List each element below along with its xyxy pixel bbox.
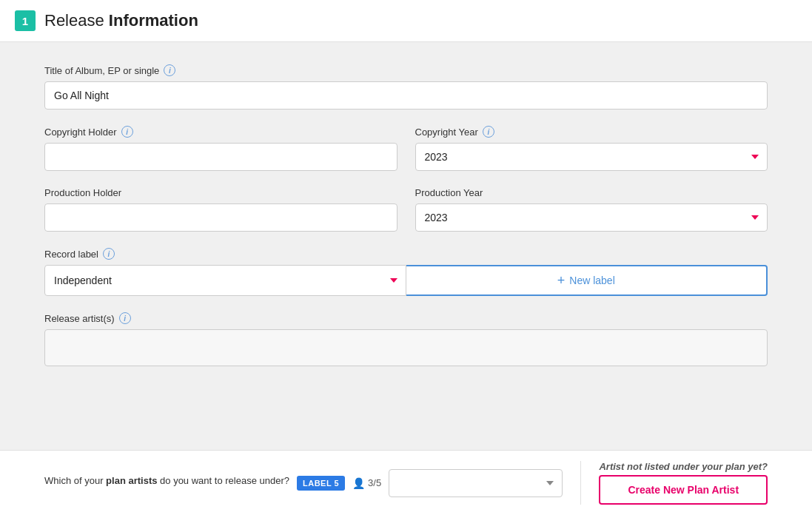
plan-users-count: 3/5 xyxy=(368,477,381,488)
header: 1 Release Information xyxy=(0,0,812,42)
plan-users: 👤 3/5 xyxy=(352,477,381,489)
production-row: Production Holder Production Year 2023 2… xyxy=(44,187,768,248)
production-year-select[interactable]: 2023 2022 2021 2020 2019 2018 xyxy=(415,203,768,232)
copyright-row: Copyright Holder i Copyright Year i 2023… xyxy=(44,126,768,187)
plan-select-wrapper xyxy=(389,469,563,497)
copyright-holder-group: Copyright Holder i xyxy=(44,126,397,171)
bottom-left: Which of your plan artists do you want t… xyxy=(44,469,563,497)
title-normal: Release xyxy=(44,11,109,30)
production-holder-label-text: Production Holder xyxy=(44,187,121,198)
release-artists-label-text: Release artist(s) xyxy=(44,313,115,324)
record-label-label: Record label i xyxy=(44,248,768,260)
plus-icon: + xyxy=(557,274,566,287)
copyright-year-select-wrapper: 2023 2022 2021 2020 2019 2018 xyxy=(415,143,768,171)
production-year-label-text: Production Year xyxy=(415,187,483,198)
copyright-year-info-icon[interactable]: i xyxy=(483,126,494,138)
production-holder-group: Production Holder xyxy=(44,187,397,232)
question-bold: plan artists xyxy=(106,475,157,486)
user-icon: 👤 xyxy=(352,477,365,489)
release-artists-info-icon[interactable]: i xyxy=(119,312,131,324)
question-end: do you want to release under? xyxy=(157,475,289,486)
copyright-year-group: Copyright Year i 2023 2022 2021 2020 201… xyxy=(415,126,768,171)
artist-not-listed-bold: Artist not listed under your plan yet? xyxy=(599,461,768,472)
new-label-button[interactable]: + New label xyxy=(406,265,768,296)
artist-not-listed-text: Artist not listed under your plan yet? xyxy=(599,461,768,472)
production-year-select-wrapper: 2023 2022 2021 2020 2019 2018 xyxy=(415,203,768,232)
record-label-label-text: Record label xyxy=(44,249,98,260)
copyright-holder-label-text: Copyright Holder xyxy=(44,127,117,138)
copyright-holder-info-icon[interactable]: i xyxy=(121,126,133,138)
album-title-label-text: Title of Album, EP or single xyxy=(44,65,159,76)
new-label-btn-text: New label xyxy=(569,275,614,286)
question-text: Which of your xyxy=(44,475,106,486)
step-badge: 1 xyxy=(15,10,36,31)
record-label-info-icon[interactable]: i xyxy=(103,248,115,260)
copyright-holder-input[interactable] xyxy=(44,143,397,171)
release-artists-group: Release artist(s) i xyxy=(44,312,768,366)
page-title: Release Information xyxy=(44,11,198,30)
copyright-year-label: Copyright Year i xyxy=(415,126,768,138)
production-holder-input[interactable] xyxy=(44,203,397,232)
record-label-row: Independent + New label xyxy=(44,265,768,296)
record-label-select-wrapper: Independent xyxy=(44,265,406,296)
bottom-question: Which of your plan artists do you want t… xyxy=(44,475,289,486)
album-title-input[interactable] xyxy=(44,81,768,110)
main-content: Title of Album, EP or single i Copyright… xyxy=(0,42,812,513)
release-artists-label: Release artist(s) i xyxy=(44,312,768,324)
release-artists-input[interactable] xyxy=(44,329,768,366)
bottom-right: Artist not listed under your plan yet? C… xyxy=(580,461,768,505)
copyright-year-label-text: Copyright Year xyxy=(415,127,478,138)
album-title-group: Title of Album, EP or single i xyxy=(44,64,768,110)
album-title-label: Title of Album, EP or single i xyxy=(44,64,768,76)
production-year-group: Production Year 2023 2022 2021 2020 2019… xyxy=(415,187,768,232)
album-title-info-icon[interactable]: i xyxy=(164,64,175,76)
copyright-year-select[interactable]: 2023 2022 2021 2020 2019 2018 xyxy=(415,143,768,171)
plan-label-badge: LABEL 5 xyxy=(297,476,345,491)
copyright-holder-label: Copyright Holder i xyxy=(44,126,397,138)
production-holder-label: Production Holder xyxy=(44,187,397,198)
bottom-panel: Which of your plan artists do you want t… xyxy=(0,450,812,513)
title-bold: Information xyxy=(109,11,198,30)
plan-artist-select[interactable] xyxy=(389,469,563,497)
production-year-label: Production Year xyxy=(415,187,768,198)
record-label-group: Record label i Independent + New label xyxy=(44,248,768,296)
record-label-select[interactable]: Independent xyxy=(44,265,406,296)
create-new-plan-artist-button[interactable]: Create New Plan Artist xyxy=(599,475,768,505)
